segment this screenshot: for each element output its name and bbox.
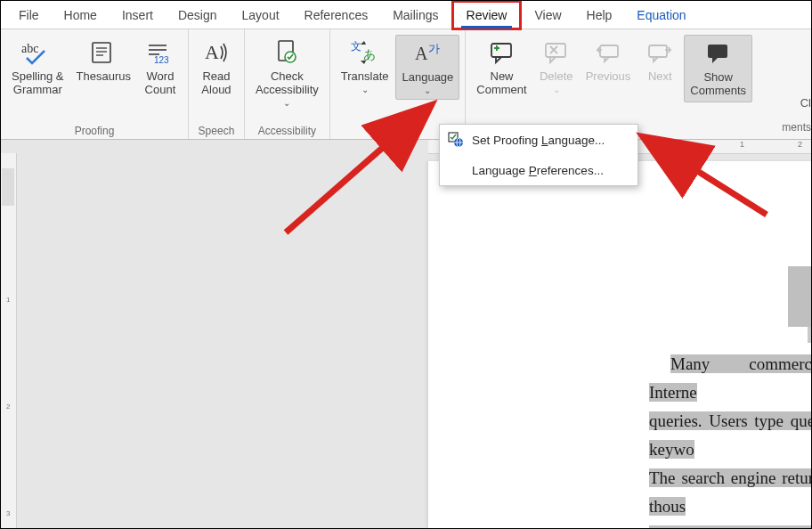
- accessibility-icon: [274, 38, 299, 67]
- delete-label: Delete: [540, 70, 573, 84]
- previous-comment-button: Previous: [581, 35, 637, 87]
- svg-text:123: 123: [154, 55, 169, 65]
- showcomments-label: Show Comments: [690, 71, 746, 98]
- next-comment-button: Next: [637, 35, 682, 87]
- tab-file[interactable]: File: [6, 3, 52, 28]
- language-label: Language: [402, 71, 453, 85]
- text-line: Many commercial Interne: [649, 354, 812, 402]
- new-comment-icon: [489, 38, 516, 67]
- language-dropdown: Set Proofing Language... Language Prefer…: [439, 124, 638, 186]
- wordcount-label: Word Count: [145, 70, 176, 97]
- chevron-down-icon: ⌄: [361, 85, 369, 95]
- group-comments: New Comment Delete ⌄: [466, 29, 811, 139]
- newcomment-label: New Comment: [476, 70, 526, 97]
- chevron-down-icon: ⌄: [283, 98, 290, 109]
- text-line: queries. Users type query keywo: [649, 411, 812, 459]
- next-label: Next: [648, 70, 672, 84]
- set-proofing-language-label: Set Proofing Language...: [472, 134, 605, 147]
- svg-text:あ: あ: [363, 47, 376, 61]
- language-icon: A 가: [413, 39, 442, 68]
- text-line: from the surrounding text. It is w: [649, 525, 812, 529]
- vruler-tick: 1: [6, 296, 10, 304]
- accessibility-label: Check Accessibility: [256, 70, 319, 97]
- language-button[interactable]: A 가 Language ⌄: [395, 35, 459, 100]
- text-line: The search engine returns thous: [649, 468, 812, 516]
- group-proofing-label: Proofing: [6, 123, 183, 137]
- vertical-ruler[interactable]: 1 2 3: [1, 153, 17, 528]
- tabs-bar: File Home Insert Design Layout Reference…: [1, 1, 811, 29]
- text-selection: [788, 266, 812, 327]
- tab-review[interactable]: Review: [451, 0, 523, 30]
- tab-equation[interactable]: Equation: [624, 3, 698, 28]
- group-proofing: abc Spelling & Grammar Thesaurus: [1, 29, 189, 139]
- group-accessibility-label: Accessibility: [250, 123, 324, 137]
- hruler-tick: 2: [798, 140, 802, 149]
- left-gutter: 1 2 3: [1, 140, 428, 528]
- previous-label: Previous: [586, 70, 631, 84]
- tab-design[interactable]: Design: [166, 3, 230, 28]
- wordcount-icon: 123: [145, 38, 175, 67]
- thesaurus-icon: [90, 38, 117, 67]
- tab-help[interactable]: Help: [574, 3, 625, 28]
- spelling-grammar-button[interactable]: abc Spelling & Grammar: [6, 35, 69, 101]
- tab-insert[interactable]: Insert: [110, 3, 166, 28]
- hruler-tick: 1: [740, 140, 744, 149]
- delete-comment-button: Delete ⌄: [534, 35, 579, 98]
- proofing-language-icon: [447, 131, 465, 149]
- language-preferences-label: Language Preferences...: [472, 164, 604, 177]
- document-area: 1 2 1 2 3 Many commercial Interne querie…: [1, 140, 811, 528]
- spelling-icon: abc: [21, 38, 53, 67]
- tab-mailings[interactable]: Mailings: [380, 3, 451, 28]
- group-language: 文 あ Translate ⌄ A 가 Language ⌄: [330, 29, 467, 139]
- vruler-tick: 2: [6, 403, 10, 411]
- text-selection: [808, 327, 812, 343]
- read-aloud-icon: A: [203, 38, 230, 67]
- tab-home[interactable]: Home: [52, 3, 110, 28]
- svg-text:가: 가: [428, 42, 440, 55]
- group-comments-label-partial: ments: [782, 121, 811, 134]
- translate-label: Translate: [341, 70, 389, 84]
- next-comment-icon: [646, 38, 673, 67]
- group-speech: A Read Aloud Speech: [189, 29, 245, 139]
- svg-rect-23: [649, 45, 667, 57]
- translate-button[interactable]: 文 あ Translate ⌄: [336, 35, 394, 98]
- vruler-tick: 3: [6, 509, 10, 517]
- check-accessibility-button[interactable]: Check Accessibility ⌄: [250, 35, 324, 111]
- svg-rect-19: [546, 44, 565, 57]
- svg-text:A: A: [205, 41, 219, 63]
- translate-icon: 文 あ: [351, 38, 379, 67]
- svg-rect-24: [708, 45, 727, 58]
- word-count-button[interactable]: 123 Word Count: [138, 35, 183, 101]
- new-comment-button[interactable]: New Comment: [471, 35, 532, 101]
- thesaurus-button[interactable]: Thesaurus: [71, 35, 136, 87]
- svg-text:abc: abc: [21, 42, 38, 55]
- blank-icon: [447, 161, 465, 179]
- show-comments-button[interactable]: Show Comments: [684, 35, 752, 102]
- chevron-down-icon: ⌄: [424, 85, 431, 96]
- svg-text:A: A: [415, 44, 428, 63]
- document-body-text[interactable]: Many commercial Interne queries. Users t…: [649, 350, 812, 529]
- group-speech-label: Speech: [194, 123, 239, 137]
- set-proofing-language-item[interactable]: Set Proofing Language...: [440, 125, 637, 155]
- previous-comment-icon: [595, 38, 621, 67]
- cut-off-button: Cl: [800, 96, 811, 110]
- tab-layout[interactable]: Layout: [230, 3, 292, 28]
- delete-comment-icon: [543, 38, 570, 67]
- chevron-down-icon: ⌄: [553, 85, 560, 95]
- read-aloud-button[interactable]: A Read Aloud: [194, 35, 239, 101]
- svg-rect-22: [600, 45, 618, 57]
- readaloud-label: Read Aloud: [201, 70, 231, 97]
- svg-rect-1: [93, 43, 110, 62]
- svg-text:文: 文: [351, 40, 361, 53]
- ribbon: abc Spelling & Grammar Thesaurus: [1, 29, 811, 140]
- spelling-label: Spelling & Grammar: [12, 70, 64, 97]
- show-comments-icon: [705, 39, 732, 68]
- tab-view[interactable]: View: [522, 3, 573, 28]
- thesaurus-label: Thesaurus: [77, 70, 131, 84]
- group-accessibility: Check Accessibility ⌄ Accessibility: [245, 29, 330, 139]
- svg-rect-16: [491, 44, 511, 57]
- tab-references[interactable]: References: [292, 3, 381, 28]
- language-preferences-item[interactable]: Language Preferences...: [440, 155, 637, 185]
- document-page[interactable]: Many commercial Interne queries. Users t…: [428, 161, 812, 528]
